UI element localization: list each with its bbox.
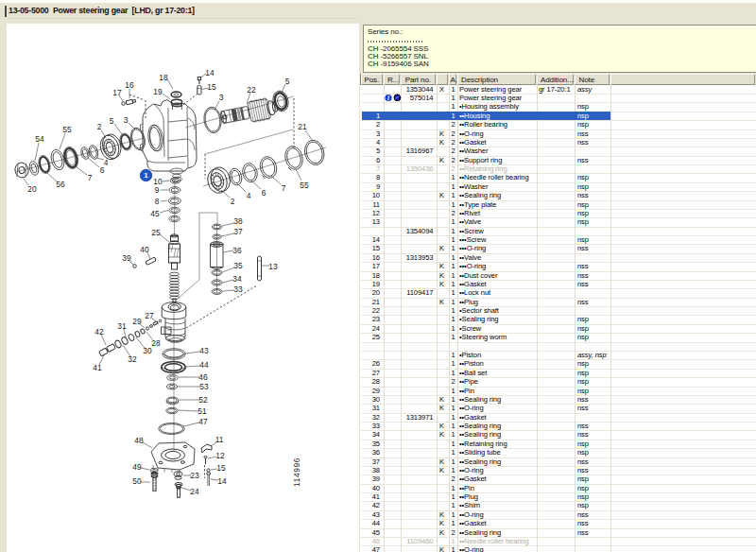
svg-text:18: 18 — [159, 73, 168, 82]
svg-text:14: 14 — [205, 68, 215, 78]
